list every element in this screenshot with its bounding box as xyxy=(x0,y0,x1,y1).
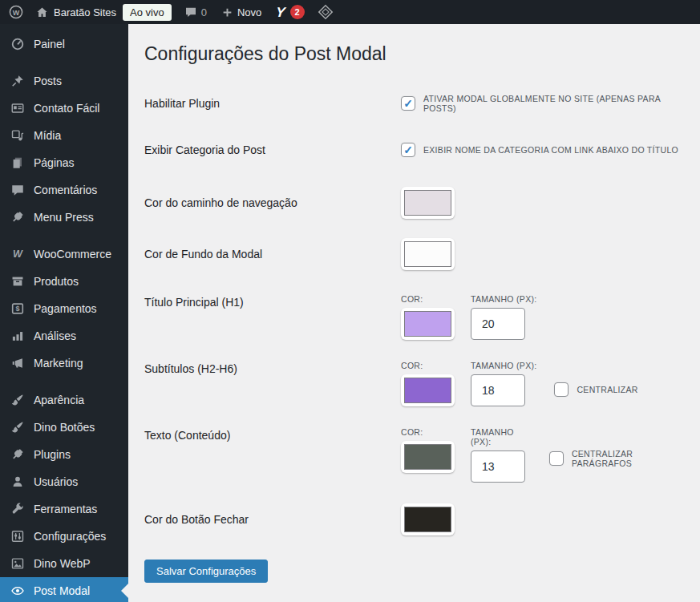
row-label: Habilitar Plugin xyxy=(144,97,401,110)
sidebar-item-label: Pagamentos xyxy=(34,302,97,315)
row-h1-settings: Título Principal (H1) COR: TAMANHO (PX): xyxy=(144,294,684,340)
media-icon xyxy=(10,127,26,143)
checkbox-label: CENTRALIZAR xyxy=(577,385,637,394)
breadcrumb-color-picker[interactable] xyxy=(401,187,455,219)
color-field-label: COR: xyxy=(401,294,455,304)
checkbox-label: CENTRALIZAR PARÁGRAFOS xyxy=(572,449,684,468)
sidebar-item-woocommerce[interactable]: W WooCommerce xyxy=(0,240,128,268)
text-center-checkbox[interactable] xyxy=(549,451,564,466)
row-label: Subtítulos (H2-H6) xyxy=(144,361,401,375)
sidebar-item-paginas[interactable]: Páginas xyxy=(0,149,128,176)
sidebar-item-configuracoes[interactable]: Configurações xyxy=(0,523,128,550)
new-label: Novo xyxy=(237,6,261,18)
color-swatch xyxy=(404,241,451,267)
row-label: Exibir Categoria do Post xyxy=(144,143,401,156)
new-content-button[interactable]: Novo xyxy=(221,6,261,18)
sidebar-item-usuarios[interactable]: Usuários xyxy=(0,468,128,495)
admin-top-bar: W Baratão Sites Ao vivo 0 Novo Y 2 xyxy=(0,0,700,24)
sidebar-item-posts[interactable]: Posts xyxy=(0,67,128,95)
sidebar-item-label: Plugins xyxy=(34,448,71,461)
sidebar-item-painel[interactable]: Painel xyxy=(0,30,128,58)
sidebar-item-contato-facil[interactable]: Contato Fácil xyxy=(0,95,128,122)
sidebar-item-label: Menu Press xyxy=(34,211,94,224)
row-label: Texto (Conteúdo) xyxy=(144,427,401,442)
h2-center-checkbox[interactable] xyxy=(554,382,568,397)
enable-plugin-checkbox-field[interactable]: ATIVAR MODAL GLOBALMENTE NO SITE (APENAS… xyxy=(401,94,684,113)
settings-page: Configurações do Post Modal Habilitar Pl… xyxy=(128,24,700,602)
active-item-notch xyxy=(121,584,128,598)
h2-color-field: COR: xyxy=(401,361,455,406)
comments-shortcut[interactable]: 0 xyxy=(184,6,207,18)
site-name-link[interactable]: Baratão Sites xyxy=(35,6,116,19)
h1-color-picker[interactable] xyxy=(401,308,455,340)
sidebar-item-marketing[interactable]: Marketing xyxy=(0,349,128,377)
sidebar-item-label: Dino Botões xyxy=(34,421,95,434)
plug-icon xyxy=(10,446,26,463)
h2-size-input[interactable] xyxy=(471,374,525,406)
sidebar-item-label: Posts xyxy=(34,75,62,87)
row-label: Título Principal (H1) xyxy=(144,294,401,309)
color-swatch xyxy=(404,378,451,403)
modal-bg-color-picker[interactable] xyxy=(401,238,455,270)
diamond-plugin-icon[interactable] xyxy=(318,4,334,20)
h2-center-checkbox-field[interactable]: CENTRALIZAR xyxy=(554,382,637,397)
show-category-checkbox-field[interactable]: EXIBIR NOME DA CATEGORIA COM LINK ABAIXO… xyxy=(401,143,678,157)
wrench-icon xyxy=(10,501,26,517)
sidebar-item-label: Comentários xyxy=(34,184,97,196)
seo-notifications[interactable]: Y 2 xyxy=(276,5,304,19)
h1-color-field: COR: xyxy=(401,294,455,340)
sidebar-item-analises[interactable]: Análises xyxy=(0,322,128,349)
row-breadcrumb-color: Cor do caminho de navegação xyxy=(144,187,684,219)
color-swatch xyxy=(404,507,451,532)
enable-plugin-checkbox[interactable] xyxy=(401,96,415,111)
sidebar-item-post-modal[interactable]: Post Modal xyxy=(0,577,128,602)
wordpress-logo-icon[interactable]: W xyxy=(8,4,24,20)
close-button-color-picker[interactable] xyxy=(401,503,455,535)
sidebar-item-label: Dino WebP xyxy=(34,557,91,570)
checkbox-label: ATIVAR MODAL GLOBALMENTE NO SITE (APENAS… xyxy=(423,94,684,113)
sidebar-item-dino-botoes[interactable]: Dino Botões xyxy=(0,414,128,441)
text-color-picker[interactable] xyxy=(401,441,455,473)
eye-icon xyxy=(10,583,26,599)
sidebar-item-plugins[interactable]: Plugins xyxy=(0,441,128,468)
admin-sidebar: Painel Posts Contato Fácil Mídia Páginas… xyxy=(0,24,128,602)
h1-size-input[interactable] xyxy=(471,308,525,340)
sidebar-item-produtos[interactable]: Produtos xyxy=(0,268,128,295)
live-badge[interactable]: Ao vivo xyxy=(123,4,172,21)
sidebar-item-aparencia[interactable]: Aparência xyxy=(0,386,128,414)
sidebar-item-comentarios[interactable]: Comentários xyxy=(0,176,128,204)
sidebar-item-midia[interactable]: Mídia xyxy=(0,122,128,149)
woocommerce-icon: W xyxy=(10,246,26,262)
color-swatch xyxy=(404,444,451,470)
text-center-checkbox-field[interactable]: CENTRALIZAR PARÁGRAFOS xyxy=(549,449,684,468)
id-card-icon xyxy=(10,100,26,116)
text-size-input[interactable] xyxy=(471,450,525,483)
sidebar-item-pagamentos[interactable]: $ Pagamentos xyxy=(0,295,128,322)
sliders-icon xyxy=(10,528,26,544)
sidebar-item-label: Contato Fácil xyxy=(34,102,99,115)
sidebar-item-menu-press[interactable]: Menu Press xyxy=(0,204,128,231)
sidebar-item-label: Usuários xyxy=(34,475,78,488)
sidebar-item-label: Páginas xyxy=(34,156,75,169)
h2-size-field: TAMANHO (PX): xyxy=(471,361,536,406)
row-label: Cor do Botão Fechar xyxy=(144,513,401,526)
sidebar-item-label: Aparência xyxy=(34,394,84,406)
h2-color-picker[interactable] xyxy=(401,374,455,406)
bar-chart-icon xyxy=(10,328,26,344)
image-icon xyxy=(10,556,26,572)
yoast-seo-icon: Y xyxy=(275,6,285,19)
comment-bubble-icon xyxy=(184,6,197,18)
save-row: Salvar Configurações xyxy=(144,560,684,583)
sidebar-item-dino-webp[interactable]: Dino WebP xyxy=(0,550,128,577)
show-category-checkbox[interactable] xyxy=(401,143,415,157)
sidebar-item-label: Post Modal xyxy=(34,584,90,597)
text-color-field: COR: xyxy=(401,427,455,473)
svg-text:$: $ xyxy=(15,305,19,313)
user-icon xyxy=(10,474,26,490)
sidebar-item-label: Marketing xyxy=(34,357,83,370)
save-settings-button[interactable]: Salvar Configurações xyxy=(144,560,268,583)
color-field-label: COR: xyxy=(401,427,455,437)
row-close-button-color: Cor do Botão Fechar xyxy=(144,503,684,535)
notification-count-badge: 2 xyxy=(290,5,305,19)
sidebar-item-ferramentas[interactable]: Ferramentas xyxy=(0,495,128,523)
